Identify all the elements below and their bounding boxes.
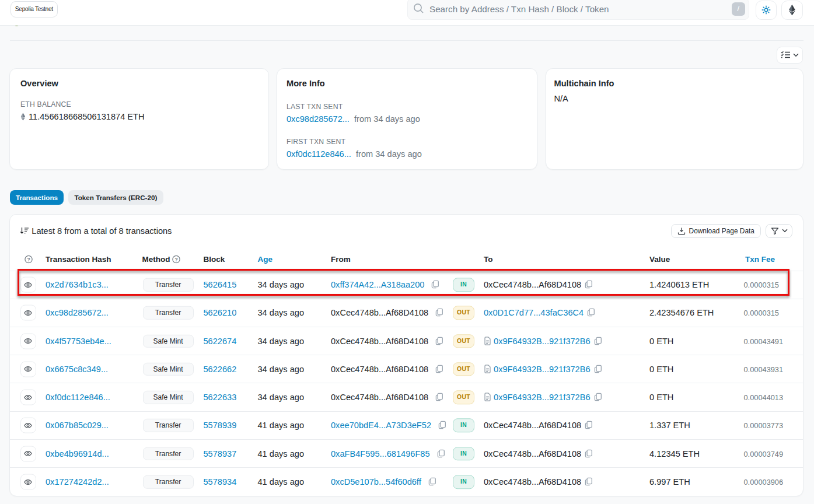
svg-text:?: ? <box>175 256 178 262</box>
svg-text:?: ? <box>27 256 30 262</box>
